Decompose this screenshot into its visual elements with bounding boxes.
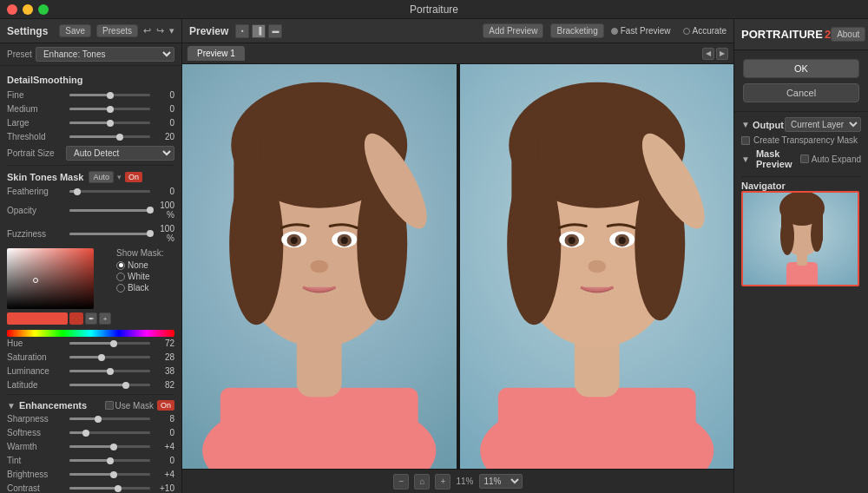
use-mask-checkbox[interactable]: Use Mask: [105, 401, 154, 411]
save-button[interactable]: Save: [59, 24, 91, 37]
sharpness-value: 8: [154, 414, 174, 424]
accurate-radio-btn[interactable]: [683, 28, 690, 35]
left-panel: Settings Save Presets ↩ ↪ ▾ Preset Enhan…: [0, 19, 182, 493]
output-collapse-icon[interactable]: ▼: [741, 120, 750, 129]
skin-auto-button[interactable]: Auto: [89, 171, 114, 183]
undo-icon[interactable]: ↩: [143, 25, 151, 36]
preview-tab-1[interactable]: Preview 1: [187, 46, 245, 61]
auto-expand-checkbox[interactable]: Auto Expand: [800, 154, 861, 164]
mask-white-row[interactable]: White: [116, 272, 163, 281]
mask-preview-collapse-icon[interactable]: ▼: [741, 154, 750, 164]
close-button[interactable]: [7, 4, 17, 15]
sharpness-track[interactable]: [69, 417, 150, 420]
about-button[interactable]: About: [831, 27, 865, 42]
single-view-button[interactable]: ▪: [235, 24, 249, 38]
redo-icon[interactable]: ↪: [156, 25, 164, 36]
current-swatch[interactable]: [69, 312, 83, 325]
menu-icon[interactable]: ▾: [169, 25, 174, 36]
skin-tones-header: Skin Tones Mask Auto ▾ On: [7, 171, 174, 183]
hue-strip[interactable]: [7, 330, 174, 337]
color-gradient[interactable]: [7, 248, 94, 309]
navigator-thumbnail[interactable]: [741, 191, 859, 286]
contrast-label: Contrast: [7, 483, 66, 493]
portrait-size-select[interactable]: Auto Detect: [66, 146, 174, 161]
tint-track[interactable]: [69, 459, 150, 462]
main-swatch[interactable]: [7, 312, 68, 325]
luminance-track[interactable]: [69, 370, 150, 372]
mask-white-radio[interactable]: [116, 273, 125, 281]
minimize-button[interactable]: [23, 4, 33, 15]
mask-none-radio[interactable]: [116, 261, 125, 270]
bracketing-button[interactable]: Bracketing: [550, 23, 603, 38]
eyedropper-icon[interactable]: ✒: [85, 312, 97, 325]
warmth-track[interactable]: [69, 445, 150, 448]
preset-select[interactable]: Enhance: Tones: [36, 47, 174, 62]
threshold-value: 20: [154, 132, 174, 141]
zoom-out-button[interactable]: −: [393, 474, 409, 490]
auto-expand-cb-box[interactable]: [800, 154, 809, 163]
transparency-checkbox[interactable]: [741, 136, 750, 145]
presets-button[interactable]: Presets: [96, 24, 138, 37]
medium-track[interactable]: [69, 108, 150, 110]
maximize-button[interactable]: [38, 4, 49, 15]
softness-label: Softness: [7, 428, 66, 437]
opacity-track[interactable]: [69, 209, 150, 212]
feathering-track[interactable]: [69, 190, 150, 193]
fuzziness-label: Fuzziness: [7, 229, 66, 239]
preview-footer: − ⌂ + 11% 11% 25% 50% 100%: [182, 469, 733, 493]
use-mask-cb-box[interactable]: [105, 401, 114, 410]
softness-track[interactable]: [69, 431, 150, 434]
preview-before-image: [182, 64, 457, 469]
svg-point-8: [229, 163, 283, 325]
brightness-label: Brightness: [7, 470, 66, 479]
threshold-track[interactable]: [69, 135, 150, 138]
saturation-track[interactable]: [69, 356, 150, 358]
output-header: ▼ Output Current Layer: [741, 117, 861, 132]
split-v-view-button[interactable]: ▐: [252, 24, 266, 38]
tint-label: Tint: [7, 456, 66, 465]
hue-track[interactable]: [69, 342, 150, 345]
hue-label: Hue: [7, 339, 66, 348]
transparency-label: Create Transparency Mask: [753, 135, 858, 145]
large-track[interactable]: [69, 122, 150, 124]
mask-preview-row: ▼ Mask Preview Auto Expand: [741, 148, 861, 169]
contrast-track[interactable]: [69, 487, 150, 490]
enhancements-collapse-icon[interactable]: ▼: [7, 401, 16, 411]
add-swatch-icon[interactable]: +: [99, 312, 111, 325]
svg-point-34: [618, 237, 625, 244]
fast-preview-radio-btn[interactable]: [611, 28, 618, 35]
svg-point-13: [291, 237, 298, 244]
cancel-button[interactable]: Cancel: [743, 83, 859, 102]
window-controls: [7, 4, 49, 15]
enhancements-title: Enhancements: [19, 400, 87, 411]
portraiture-text: PORTRAITURE: [741, 28, 823, 41]
right-scroll-area: ▼ Output Current Layer Create Transparen…: [734, 112, 868, 493]
preview-title: Preview: [189, 25, 228, 37]
brightness-track[interactable]: [69, 473, 150, 476]
left-scroll-area: DetailSmoothing Fine 0 Medium 0: [0, 66, 181, 493]
output-layer-select[interactable]: Current Layer: [785, 117, 861, 132]
divider-right-1: [741, 176, 861, 177]
enhancements-on-badge: On: [157, 400, 174, 411]
large-slider-row: Large 0: [7, 118, 174, 128]
ok-button[interactable]: OK: [743, 59, 859, 78]
fit-button[interactable]: ⌂: [414, 474, 430, 490]
zoom-in-button[interactable]: +: [435, 474, 450, 490]
preview-after-image: [460, 64, 734, 469]
tab-next-icon[interactable]: ▶: [716, 48, 728, 60]
mask-none-row[interactable]: None: [116, 260, 163, 270]
add-preview-button[interactable]: Add Preview: [483, 23, 543, 38]
svg-rect-20: [497, 388, 695, 469]
fine-label: Fine: [7, 90, 66, 100]
luminance-value: 38: [154, 366, 174, 376]
tab-prev-icon[interactable]: ◀: [702, 48, 714, 60]
latitude-track[interactable]: [69, 384, 150, 386]
fuzziness-track[interactable]: [69, 233, 150, 235]
fine-track[interactable]: [69, 94, 150, 96]
split-h-view-button[interactable]: ▬: [268, 24, 282, 38]
opacity-slider-row: Opacity 100 %: [7, 200, 174, 220]
mask-black-radio[interactable]: [116, 284, 125, 293]
zoom-select[interactable]: 11% 25% 50% 100%: [479, 474, 523, 489]
mask-black-row[interactable]: Black: [116, 283, 163, 293]
right-header-buttons: About Help: [831, 27, 868, 42]
